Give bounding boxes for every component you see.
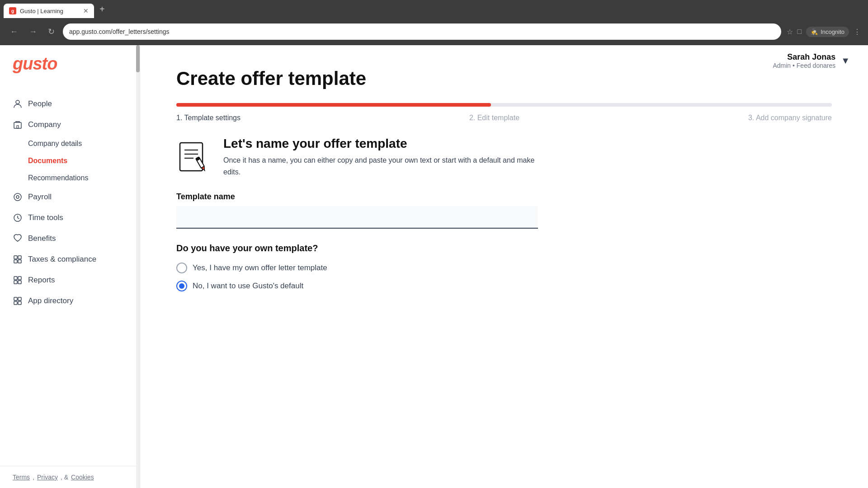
sidebar-item-benefits[interactable]: Benefits xyxy=(0,228,140,249)
sidebar-subitem-company-details[interactable]: Company details xyxy=(0,135,140,152)
user-info: Sarah Jonas Admin • Feed donares xyxy=(773,52,835,69)
page-title: Create offer template xyxy=(176,68,832,89)
svg-rect-12 xyxy=(14,281,17,284)
svg-rect-7 xyxy=(18,256,21,259)
reports-label: Reports xyxy=(28,276,55,285)
payroll-icon xyxy=(13,192,23,202)
user-role: Admin • Feed donares xyxy=(773,62,835,69)
tab-close-button[interactable]: ✕ xyxy=(83,7,89,14)
clock-icon xyxy=(13,213,23,223)
radio-own-circle[interactable] xyxy=(176,263,187,273)
svg-rect-10 xyxy=(14,277,17,280)
template-form: Template name xyxy=(176,192,832,229)
offer-template-icon xyxy=(176,139,212,175)
people-label: People xyxy=(28,99,52,108)
tab-favicon: g xyxy=(9,7,16,14)
progress-fill xyxy=(176,103,491,107)
sidebar-subitem-documents[interactable]: Documents xyxy=(0,152,140,169)
content-text: Let's name your offer template Once it h… xyxy=(223,136,540,178)
user-header: Sarah Jonas Admin • Feed donares ▼ xyxy=(755,45,868,76)
url-text: app.gusto.com/offer_letters/settings xyxy=(69,28,170,35)
svg-rect-9 xyxy=(18,260,21,263)
bookmark-icon[interactable]: ☆ xyxy=(787,28,793,36)
menu-icon[interactable]: ⋮ xyxy=(854,28,861,36)
template-question: Do you have your own template? xyxy=(176,243,832,253)
incognito-button[interactable]: 🕵 Incognito xyxy=(806,27,849,37)
active-tab[interactable]: g Gusto | Learning ✕ xyxy=(4,4,94,18)
sidebar-item-payroll[interactable]: Payroll xyxy=(0,187,140,207)
benefits-label: Benefits xyxy=(28,234,56,243)
reload-button[interactable]: ↻ xyxy=(45,25,57,38)
user-name: Sarah Jonas xyxy=(773,52,835,62)
browser-chrome: g Gusto | Learning ✕ + ← → ↻ app.gusto.c… xyxy=(0,0,868,45)
sidebar-nav: People Company Company details Document xyxy=(0,84,140,466)
documents-label: Documents xyxy=(28,157,67,164)
scrollbar[interactable] xyxy=(136,45,140,488)
time-tools-label: Time tools xyxy=(28,213,63,222)
address-bar[interactable]: app.gusto.com/offer_letters/settings xyxy=(63,23,781,40)
taxes-icon xyxy=(13,254,23,264)
sidebar-item-taxes[interactable]: Taxes & compliance xyxy=(0,249,140,270)
svg-line-25 xyxy=(204,169,205,171)
progress-step-1: 1. Template settings xyxy=(176,114,241,122)
recommendations-label: Recommendations xyxy=(28,174,88,182)
svg-rect-13 xyxy=(18,281,21,284)
radio-own-template[interactable]: Yes, I have my own offer letter template xyxy=(176,263,832,273)
svg-rect-17 xyxy=(18,301,21,305)
payroll-label: Payroll xyxy=(28,192,52,202)
app-directory-label: App directory xyxy=(28,296,73,305)
svg-rect-6 xyxy=(14,256,17,259)
scrollbar-thumb[interactable] xyxy=(136,45,140,72)
sidebar-subitem-recommendations[interactable]: Recommendations xyxy=(0,169,140,187)
back-button[interactable]: ← xyxy=(7,25,21,38)
svg-point-3 xyxy=(14,193,21,201)
template-name-input[interactable] xyxy=(176,206,538,229)
radio-default-circle[interactable] xyxy=(176,281,187,291)
taxes-label: Taxes & compliance xyxy=(28,255,96,264)
app-directory-icon xyxy=(13,296,23,306)
sep1: , xyxy=(33,474,34,481)
sidebar-item-reports[interactable]: Reports xyxy=(0,270,140,291)
svg-rect-16 xyxy=(14,301,17,305)
svg-point-4 xyxy=(16,196,19,198)
template-name-label: Template name xyxy=(176,192,832,202)
privacy-link[interactable]: Privacy xyxy=(37,474,58,481)
extension-icon[interactable]: □ xyxy=(797,28,802,36)
sidebar-item-time-tools[interactable]: Time tools xyxy=(0,207,140,228)
sidebar-footer: Terms , Privacy , & Cookies xyxy=(0,466,140,488)
svg-rect-14 xyxy=(14,297,17,300)
reports-icon xyxy=(13,275,23,285)
browser-tabs: g Gusto | Learning ✕ + xyxy=(0,0,868,18)
forward-button[interactable]: → xyxy=(26,25,40,38)
company-label: Company xyxy=(28,120,61,129)
terms-link[interactable]: Terms xyxy=(13,474,30,481)
svg-rect-15 xyxy=(18,297,21,300)
sidebar-logo: gusto xyxy=(0,45,140,84)
progress-step-3: 3. Add company signature xyxy=(748,114,832,122)
sidebar-item-app-directory[interactable]: App directory xyxy=(0,291,140,311)
browser-toolbar: ← → ↻ app.gusto.com/offer_letters/settin… xyxy=(0,18,868,45)
progress-track xyxy=(176,103,832,107)
svg-point-0 xyxy=(16,100,19,104)
sidebar-item-people[interactable]: People xyxy=(0,94,140,114)
new-tab-button[interactable]: + xyxy=(96,4,108,14)
section-desc: Once it has a name, you can either copy … xyxy=(223,155,540,178)
heart-icon xyxy=(13,234,23,244)
progress-bar-container: 1. Template settings 2. Edit template 3.… xyxy=(176,103,832,122)
sep2: , & xyxy=(61,474,68,481)
incognito-icon: 🕵 xyxy=(811,28,818,35)
svg-rect-2 xyxy=(17,126,19,128)
radio-default-label: No, I want to use Gusto's default xyxy=(193,282,303,291)
content-header: Let's name your offer template Once it h… xyxy=(176,136,832,178)
sidebar-item-company[interactable]: Company xyxy=(0,114,140,135)
svg-rect-11 xyxy=(18,277,21,280)
radio-default-template[interactable]: No, I want to use Gusto's default xyxy=(176,281,832,291)
sidebar: gusto People xyxy=(0,45,140,488)
user-menu-chevron[interactable]: ▼ xyxy=(841,56,850,66)
progress-labels: 1. Template settings 2. Edit template 3.… xyxy=(176,114,832,122)
toolbar-actions: ☆ □ 🕵 Incognito ⋮ xyxy=(787,27,861,37)
company-details-label: Company details xyxy=(28,140,82,147)
logo-text: gusto xyxy=(13,54,57,73)
svg-rect-8 xyxy=(14,260,17,263)
cookies-link[interactable]: Cookies xyxy=(71,474,94,481)
